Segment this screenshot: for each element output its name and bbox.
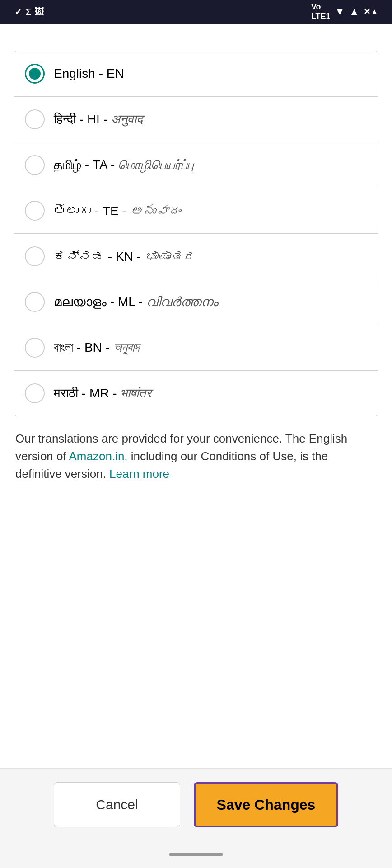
nav-pill bbox=[169, 853, 223, 856]
radio-hi[interactable] bbox=[25, 109, 45, 129]
check-icon: ✓ bbox=[14, 6, 22, 17]
language-label-hi: हिन्दी - HI - अनुवाद bbox=[54, 112, 143, 127]
save-changes-button[interactable]: Save Changes bbox=[194, 782, 338, 827]
radio-mr[interactable] bbox=[25, 383, 45, 403]
language-label-en: English - EN bbox=[54, 66, 124, 81]
language-translation: भाषांतर bbox=[120, 386, 151, 400]
radio-en[interactable] bbox=[25, 64, 45, 84]
language-code: - TA bbox=[85, 158, 107, 172]
signal-icon: ▲ bbox=[349, 6, 359, 18]
status-left: ✓ Σ 🖼 bbox=[9, 6, 44, 17]
language-translation: అనువాదం bbox=[130, 204, 181, 218]
language-code: - EN bbox=[99, 66, 124, 80]
volte-icon: VoLTE1 bbox=[311, 2, 331, 21]
cancel-button[interactable]: Cancel bbox=[54, 782, 180, 827]
language-label-mr: मराठी - MR - भाषांतर bbox=[54, 386, 151, 401]
sigma-icon: Σ bbox=[26, 7, 31, 17]
language-native: English bbox=[54, 66, 95, 80]
language-code: - KN bbox=[108, 250, 133, 264]
language-code: - MR bbox=[82, 386, 109, 400]
language-item-te[interactable]: తెలుగు - TE - అనువాదం bbox=[14, 188, 378, 234]
language-translation: অনুবাদ bbox=[113, 340, 140, 354]
radio-kn[interactable] bbox=[25, 246, 45, 266]
language-native: తెలుగు bbox=[54, 204, 91, 218]
language-code: - HI bbox=[79, 112, 100, 126]
language-translation: ಭಾಷಾಂತರ bbox=[145, 250, 195, 264]
wifi-icon: ▼ bbox=[335, 6, 345, 18]
language-label-kn: ಕನ್ನಡ - KN - ಭಾಷಾಂತರ bbox=[54, 249, 195, 264]
language-label-ml: മലയാളം - ML - വിവർത്തനം bbox=[54, 295, 218, 310]
language-label-te: తెలుగు - TE - అనువాదం bbox=[54, 203, 181, 218]
language-native: தமிழ் bbox=[54, 158, 81, 172]
language-translation: अनुवाद bbox=[111, 112, 143, 126]
language-item-bn[interactable]: বাংলা - BN - অনুবাদ bbox=[14, 325, 378, 371]
image-icon: 🖼 bbox=[35, 7, 44, 17]
language-item-ta[interactable]: தமிழ் - TA - மொழிபெயர்ப்பு bbox=[14, 142, 378, 188]
language-label-ta: தமிழ் - TA - மொழிபெயர்ப்பு bbox=[54, 158, 194, 173]
language-native: ಕನ್ನಡ bbox=[54, 250, 104, 264]
language-native: മലയാളം bbox=[54, 295, 107, 309]
language-native: हिन्दी bbox=[54, 112, 76, 126]
radio-bn[interactable] bbox=[25, 338, 45, 358]
signal-x-icon: ✕▲ bbox=[364, 7, 378, 17]
nav-bar bbox=[0, 841, 392, 868]
language-item-kn[interactable]: ಕನ್ನಡ - KN - ಭಾಷಾಂತರ bbox=[14, 234, 378, 279]
bottom-action-area: Cancel Save Changes bbox=[0, 768, 392, 841]
language-list: English - ENहिन्दी - HI - अनुवादதமிழ் - … bbox=[14, 51, 378, 416]
main-content: English - ENहिन्दी - HI - अनुवादதமிழ் - … bbox=[0, 24, 392, 768]
language-item-en[interactable]: English - EN bbox=[14, 51, 378, 97]
status-right: VoLTE1 ▼ ▲ ✕▲ bbox=[311, 2, 383, 21]
radio-te[interactable] bbox=[25, 201, 45, 221]
language-native: বাংলা bbox=[54, 340, 73, 354]
language-code: - TE bbox=[95, 204, 119, 218]
radio-ta[interactable] bbox=[25, 155, 45, 175]
amazon-link[interactable]: Amazon.in bbox=[69, 449, 125, 463]
language-label-bn: বাংলা - BN - অনুবাদ bbox=[54, 340, 140, 355]
language-translation: വിവർത്തനം bbox=[146, 295, 218, 309]
radio-ml[interactable] bbox=[25, 292, 45, 312]
language-item-mr[interactable]: मराठी - MR - भाषांतर bbox=[14, 371, 378, 416]
status-bar: ✓ Σ 🖼 VoLTE1 ▼ ▲ ✕▲ bbox=[0, 0, 392, 24]
language-native: मराठी bbox=[54, 386, 78, 400]
language-code: - ML bbox=[110, 295, 135, 309]
language-translation: மொழிபெயர்ப்பு bbox=[118, 158, 194, 172]
status-icons: ✓ Σ 🖼 bbox=[14, 6, 44, 17]
learn-more-link[interactable]: Learn more bbox=[109, 467, 169, 481]
language-item-ml[interactable]: മലയാളം - ML - വിവർത്തനം bbox=[14, 279, 378, 325]
language-code: - BN bbox=[77, 340, 102, 354]
language-item-hi[interactable]: हिन्दी - HI - अनुवाद bbox=[14, 97, 378, 142]
disclaimer: Our translations are provided for your c… bbox=[14, 430, 378, 483]
